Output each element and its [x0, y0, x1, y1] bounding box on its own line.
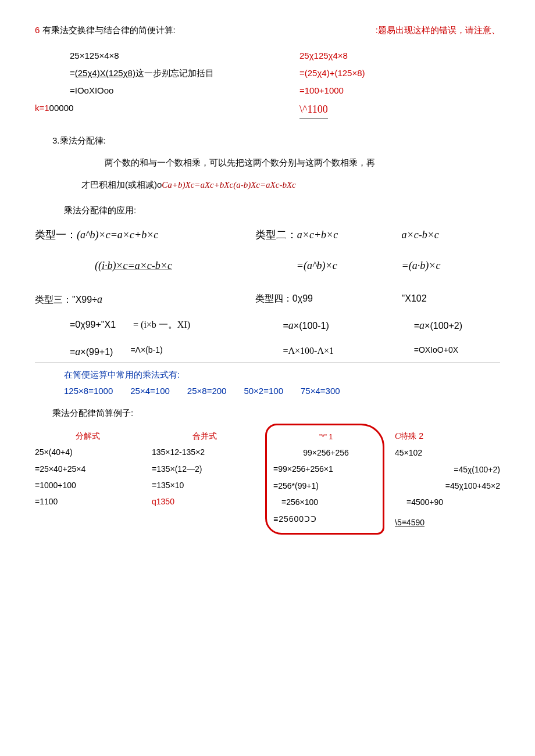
- c4-4: =4500+90: [395, 496, 500, 508]
- types-row1: 类型一：(a^b)×c=a×c+b×c 类型二：a×c+b×c a×c-b×c: [35, 227, 500, 243]
- c1-1: 25×(40+4): [35, 446, 140, 458]
- header-num: 6: [35, 25, 40, 35]
- lc-line4a: k=1: [35, 103, 49, 113]
- type1: 类型一：(a^b)×c=a×c+b×c: [35, 227, 232, 243]
- t2-f1: a×c+b×c: [297, 229, 338, 241]
- c2-2: =135×(12—2): [152, 463, 257, 475]
- t4-r1a-suf: ×(100-1): [294, 321, 329, 331]
- c3-1: 99×256+256: [273, 446, 379, 459]
- sec3-p2b: Ca+b)Xc=aXc+bXc(a-b)Xc=aXc-bXc: [162, 180, 295, 189]
- c4-h-pre: C: [395, 432, 400, 440]
- header-right-text: :题易出现这样的错误，请注意、: [376, 23, 500, 37]
- ex-col1: 分解式 25×(40+4) =25×40+25×4 =1000+100 =110…: [35, 426, 140, 532]
- c3-2: =99×256+256×1: [273, 463, 379, 475]
- t2-f2: a×c-b×c: [402, 227, 500, 243]
- c4-3: =45χ100+45×2: [395, 479, 500, 492]
- c4-2: =45χ(100+2): [395, 463, 500, 476]
- calc-columns: 25×125×4×8 =(25χ4)X(125χ8)这一步别忘记加括目 =IOo…: [35, 49, 500, 122]
- t3-r2a: =a×(99+1): [70, 343, 113, 360]
- fact2: 25×4=100: [130, 384, 170, 398]
- t3-r2a-pre: =: [70, 347, 75, 357]
- ex-col4: C特殊 2 45×102 =45χ(100+2) =45χ100+45×2 =4…: [395, 426, 500, 532]
- c4-h: C特殊 2: [395, 429, 500, 443]
- t1-sub-wrap: ((i·b)×c=a×c-b×c: [35, 257, 232, 274]
- c1-3: =1000+100: [35, 479, 140, 492]
- t2-sub1: =(a^b)×c: [255, 257, 379, 274]
- t4-r1b-mid: a: [419, 320, 425, 331]
- t3-r2: =a×(99+1) =Λ×(b-1): [35, 343, 242, 360]
- t3-r1b: = (i×b 一。XI): [133, 317, 190, 334]
- t1-f1: (a^b)×c=a×c+b×c: [77, 229, 158, 241]
- rc-line3: =100+1000: [299, 84, 500, 98]
- fact5: 75×4=300: [301, 384, 340, 398]
- calc-right: 25χ125χ4×8 =(25χ4)+(125×8) =100+1000 \^1…: [270, 49, 500, 122]
- c3-5: ≡25600ƆƆ: [273, 513, 379, 525]
- t1-label: 类型一：: [35, 229, 77, 241]
- t4-r1b-pre: =: [414, 321, 419, 331]
- t4-r1a: =a×(100-1): [265, 317, 390, 334]
- t3-r1a: =0χ99+"X1: [70, 317, 116, 334]
- type2a: 类型二：a×c+b×c: [255, 227, 379, 243]
- fact3: 25×8=200: [187, 384, 227, 398]
- examples-row: 分解式 25×(40+4) =25×40+25×4 =1000+100 =110…: [35, 426, 500, 532]
- lc-line4: k=100000: [35, 101, 270, 115]
- c1-h: 分解式: [35, 429, 140, 442]
- lc-line4b: 00000: [49, 103, 74, 113]
- examples-title: 乘法分配律简算例子:: [35, 406, 500, 420]
- c2-4: q1350: [152, 495, 257, 508]
- c3-4: =256×100: [273, 496, 379, 508]
- t3-label: 类型三：: [35, 295, 72, 304]
- c2-1: 135×12-135×2: [152, 446, 257, 458]
- facts-row: 125×8=1000 25×4=100 25×8=200 50×2=100 75…: [35, 384, 500, 398]
- types-row1b: ((i·b)×c=a×c-b×c =(a^b)×c =(a·b)×c: [35, 257, 500, 274]
- lc-line2-expr: (25χ4)X(125χ8): [75, 68, 135, 78]
- t3-r2a-suf: ×(99+1): [80, 347, 113, 357]
- t3-f1: "X99÷: [72, 295, 97, 304]
- header-row: 6 有乘法交换律与结合律的简便计算: :题易出现这样的错误，请注意、: [35, 23, 500, 37]
- t4-label: 类型四：: [255, 293, 293, 303]
- t2-label: 类型二：: [255, 229, 297, 241]
- ex-col3: "*" 1 99×256+256 =99×256+256×1 =256*(99+…: [269, 426, 383, 532]
- sec3-p2a: 才巴积相加(或相减)o: [81, 180, 162, 189]
- header-left-text: 有乘法交换律与结合律的简便计算:: [42, 25, 176, 35]
- c3-topimg: "*" 1: [273, 432, 379, 443]
- facts-title: 在简便运算中常用的乘法式有:: [35, 368, 500, 382]
- t3-r2a-mid: a: [75, 346, 80, 357]
- rc-line2: =(25χ4)+(125×8): [299, 66, 500, 80]
- t1-sub: ((i·b)×c=a×c-b×c: [95, 260, 172, 271]
- types-row2: 类型三："X99÷a 类型四：0χ99 "X102: [35, 291, 500, 308]
- t3-r2b: =Λ×(b-1): [130, 343, 162, 360]
- c2-h: 合并式: [152, 429, 257, 442]
- c2-3: =135×10: [152, 479, 257, 492]
- t4-r1a-pre: =: [283, 321, 288, 331]
- header-left: 6 有乘法交换律与结合律的简便计算:: [35, 23, 176, 37]
- c1-4: =1100: [35, 495, 140, 508]
- t3-r1: =0χ99+"X1 = (i×b 一。XI): [35, 317, 242, 334]
- divider: [35, 363, 500, 363]
- t2-sub2: =(a·b)×c: [402, 257, 500, 274]
- sec3-apps: 乘法分配律的应用:: [35, 203, 500, 217]
- c3-3: =256*(99+1): [273, 479, 379, 492]
- t3-f1b: a: [97, 293, 102, 305]
- sec3-p1: 两个数的和与一个数相乘，可以先把这两个数分别与这两个数相乘，再: [35, 156, 500, 170]
- types-row2b: =0χ99+"X1 = (i×b 一。XI) =a×(100-1) =a×(10…: [35, 317, 500, 334]
- sec3-p2: 才巴积相加(或相减)oCa+b)Xc=aXc+bXc(a-b)Xc=aXc-bX…: [35, 178, 500, 192]
- t4-r1a-mid: a: [288, 320, 294, 331]
- ex-col2: 合并式 135×12-135×2 =135×(12—2) =135×10 q13…: [152, 426, 257, 532]
- section3: 3.乘法分配律:: [35, 134, 500, 148]
- lc-line1: 25×125×4×8: [70, 49, 270, 63]
- rc-line4: \^1100: [299, 101, 328, 119]
- lc-line2-note: 这一步别忘记加括目: [135, 68, 214, 78]
- t4-r2a: =Λ×100-Λ×1: [265, 343, 390, 360]
- t4-f2: "X102: [402, 291, 500, 308]
- type4a: 类型四：0χ99: [255, 291, 379, 308]
- c4-h-txt: 特殊 2: [400, 431, 423, 440]
- sec3-title: 乘法分配律:: [60, 135, 106, 145]
- lc-line2: =(25χ4)X(125χ8)这一步别忘记加括目: [70, 66, 270, 80]
- t4-f1: 0χ99: [293, 293, 313, 303]
- lc-line3: =IOoXIOoo: [70, 84, 270, 98]
- c4-1: 45×102: [395, 446, 500, 459]
- t4-r1b-suf: ×(100+2): [425, 321, 462, 331]
- t4-r2b: =OXIoO+0X: [414, 343, 500, 360]
- fact4: 50×2=100: [244, 384, 283, 398]
